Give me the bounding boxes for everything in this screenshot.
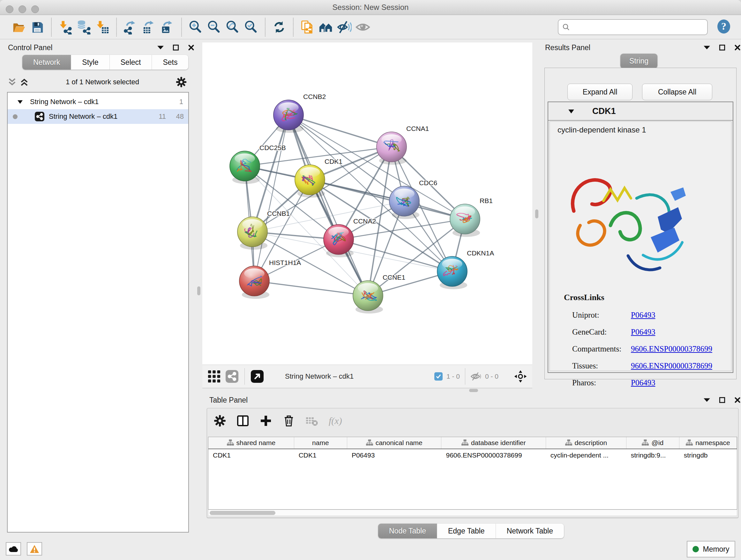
crosslink-link[interactable]: 9606.ENSP00000378699 — [631, 345, 712, 354]
panel-menu-icon[interactable] — [703, 44, 711, 51]
network-node-ccnb2[interactable]: CCNB2 — [273, 93, 326, 133]
zoom-fit-icon[interactable] — [223, 17, 242, 37]
add-column-icon[interactable] — [259, 414, 273, 428]
search-box[interactable] — [558, 19, 708, 35]
close-panel-icon[interactable] — [734, 396, 741, 403]
close-panel-icon[interactable] — [188, 44, 195, 51]
eye-icon[interactable] — [354, 17, 372, 37]
panel-menu-icon[interactable] — [703, 396, 711, 403]
network-edge[interactable] — [254, 115, 288, 281]
column-header-at-id[interactable]: @id — [626, 437, 679, 449]
close-panel-icon[interactable] — [734, 44, 741, 51]
float-panel-icon[interactable] — [719, 44, 726, 51]
tab-string[interactable]: String — [620, 54, 657, 68]
protein-card-header[interactable]: CDK1 — [548, 102, 733, 121]
import-network-database-icon[interactable] — [75, 17, 93, 37]
crosslink-link[interactable]: P06493 — [631, 311, 655, 320]
delete-column-icon[interactable] — [282, 414, 295, 428]
zoom-out-icon[interactable] — [205, 17, 223, 37]
network-row[interactable]: String Network – cdk1 11 48 — [8, 109, 188, 124]
help-button[interactable]: ? — [716, 19, 731, 36]
table-cell[interactable]: CDK1 — [294, 449, 347, 461]
memory-button[interactable]: Memory — [687, 541, 735, 557]
table-cell[interactable]: stringdb:9... — [626, 449, 679, 461]
scrollbar-thumb[interactable] — [210, 511, 275, 515]
panel-menu-icon[interactable] — [157, 44, 164, 51]
import-table-icon[interactable] — [93, 17, 112, 37]
houses-icon[interactable] — [317, 17, 335, 37]
float-panel-icon[interactable] — [172, 44, 179, 51]
network-graph[interactable]: CCNB2CCNA1CDC25BCDK1CDC6RB1CCNB1CCNA2CDK… — [202, 43, 532, 365]
float-panel-icon[interactable] — [719, 396, 726, 403]
crosslink-link[interactable]: P06493 — [631, 327, 655, 336]
table-gear-icon[interactable] — [213, 414, 226, 428]
network-node-cdc25b[interactable]: CDC25B — [230, 144, 286, 184]
zoom-selected-icon[interactable] — [242, 17, 260, 37]
column-header-namespace[interactable]: namespace — [679, 437, 737, 449]
tab-edge-table[interactable]: Edge Table — [437, 523, 495, 538]
network-edge[interactable] — [310, 180, 465, 219]
table-cell[interactable]: cyclin-dependent ... — [546, 449, 626, 461]
export-image-icon[interactable] — [158, 17, 177, 37]
expand-tree-icon[interactable] — [7, 77, 17, 87]
bottom-splitter-handle[interactable] — [469, 389, 478, 392]
column-header-name[interactable]: name — [294, 437, 347, 449]
tab-node-table[interactable]: Node Table — [378, 523, 437, 538]
network-edge[interactable] — [288, 115, 368, 296]
collapse-all-button[interactable]: Collapse All — [642, 84, 712, 100]
tree-options-gear-icon[interactable] — [176, 76, 187, 88]
grid-view-icon[interactable] — [207, 369, 221, 384]
birds-eye-view-icon[interactable] — [513, 369, 528, 384]
left-splitter-handle[interactable] — [197, 287, 200, 295]
tab-sets[interactable]: Sets — [151, 55, 188, 70]
table-cell[interactable]: stringdb — [679, 449, 737, 461]
network-collection-row[interactable]: String Network – cdk1 1 — [8, 95, 188, 109]
eye-slash-icon[interactable] — [335, 17, 354, 37]
collapse-tree-icon[interactable] — [19, 77, 29, 87]
table-cell[interactable]: CDK1 — [208, 449, 294, 461]
network-edge[interactable] — [288, 115, 392, 147]
warnings-button[interactable] — [27, 542, 42, 556]
network-edge[interactable] — [254, 281, 368, 296]
import-network-icon[interactable] — [56, 17, 75, 37]
table-cell[interactable]: P06493 — [347, 449, 442, 461]
export-network-icon[interactable] — [121, 17, 140, 37]
crosslink-link[interactable]: 9606.ENSP00000378699 — [631, 361, 712, 370]
open-network-window-button[interactable] — [250, 369, 265, 384]
string-document-icon[interactable] — [298, 17, 317, 37]
network-node-hist1h1a[interactable]: HIST1H1A — [239, 259, 301, 299]
tab-style[interactable]: Style — [71, 55, 109, 70]
show-columns-icon[interactable] — [236, 414, 250, 428]
collection-expander-icon[interactable] — [17, 99, 23, 105]
column-header-shared-name[interactable]: shared name — [208, 437, 294, 449]
column-header-canonical-name[interactable]: canonical name — [347, 437, 442, 449]
network-canvas[interactable]: CCNB2CCNA1CDC25BCDK1CDC6RB1CCNB1CCNA2CDK… — [202, 43, 532, 365]
cloud-status-button[interactable] — [6, 542, 21, 556]
tab-network[interactable]: Network — [22, 55, 71, 70]
network-node-ccna1[interactable]: CCNA1 — [377, 125, 429, 165]
search-input[interactable] — [573, 23, 703, 32]
column-header-description[interactable]: description — [546, 437, 626, 449]
network-node-cdk1[interactable]: CDK1 — [295, 158, 342, 198]
table-horizontal-scrollbar[interactable] — [208, 509, 737, 516]
column-header-database-identifier[interactable]: database identifier — [441, 437, 546, 449]
selected-nodes-checkbox[interactable] — [434, 372, 443, 381]
expand-all-button[interactable]: Expand All — [567, 84, 632, 100]
network-edges[interactable] — [245, 115, 465, 296]
refresh-view-icon[interactable] — [270, 17, 288, 37]
share-view-button[interactable] — [225, 369, 239, 384]
network-node-rb1[interactable]: RB1 — [450, 197, 493, 237]
tab-network-table[interactable]: Network Table — [495, 523, 564, 538]
table-row[interactable]: CDK1CDK1P064939606.ENSP00000378699cyclin… — [208, 449, 737, 461]
network-node-cdc6[interactable]: CDC6 — [389, 179, 437, 219]
open-session-icon[interactable] — [10, 17, 28, 37]
card-expander-icon[interactable] — [568, 109, 575, 114]
node-table[interactable]: shared namenamecanonical namedatabase id… — [208, 437, 737, 509]
tab-select[interactable]: Select — [110, 55, 152, 70]
right-splitter-handle[interactable] — [535, 209, 538, 219]
export-table-icon[interactable] — [140, 17, 158, 37]
zoom-in-icon[interactable] — [186, 17, 205, 37]
crosslink-link[interactable]: P06493 — [631, 378, 655, 387]
hidden-eye-slash-icon[interactable] — [470, 372, 482, 381]
table-cell[interactable]: 9606.ENSP00000378699 — [441, 449, 546, 461]
